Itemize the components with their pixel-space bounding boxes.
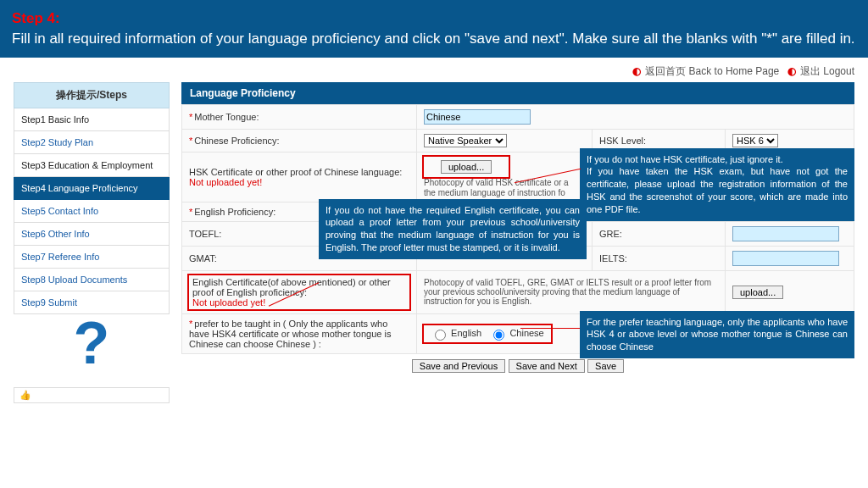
- label-hsk-level: HSK Level:: [599, 136, 646, 146]
- steps-sidebar: 操作提示/Steps Step1 Basic Info Step2 Study …: [14, 82, 170, 403]
- sidebar-item-step5[interactable]: Step5 Contact Info: [14, 200, 170, 223]
- label-ielts: IELTS:: [599, 253, 627, 263]
- hsk-level-select[interactable]: HSK 6: [732, 134, 778, 147]
- label-chinese-prof: Chinese Proficiency:: [194, 136, 279, 146]
- sidebar-item-step3[interactable]: Step3 Education & Employment: [14, 154, 170, 177]
- sidebar-item-step7[interactable]: Step7 Referee Info: [14, 246, 170, 269]
- sidebar-item-step8[interactable]: Step8 Upload Documents: [14, 269, 170, 291]
- step-label: Step 4:: [12, 10, 60, 26]
- sidebar-item-step2[interactable]: Step2 Study Plan: [14, 131, 170, 154]
- label-eng-cert: English Certificate(of above mentioned) …: [192, 277, 391, 297]
- prefer-english-radio[interactable]: English: [431, 328, 481, 338]
- sidebar-item-step1[interactable]: Step1 Basic Info: [14, 108, 170, 131]
- label-gmat: GMAT:: [189, 253, 217, 263]
- back-link[interactable]: 返回首页 Back to Home Page: [645, 65, 779, 77]
- gre-input[interactable]: [732, 226, 839, 241]
- label-english-prof: English Proficiency:: [194, 207, 275, 217]
- label-gre: GRE:: [599, 229, 622, 239]
- hsk-not-uploaded: Not uploaded yet!: [189, 177, 262, 187]
- annotation-prefer: For the prefer teaching language, only t…: [580, 311, 854, 359]
- hsk-upload-button[interactable]: upload...: [441, 160, 492, 174]
- eng-photo-hint: Photocopy of valid TOEFL, GRE, GMAT or I…: [424, 278, 711, 306]
- save-next-button[interactable]: Save and Next: [509, 359, 585, 373]
- ielts-input[interactable]: [732, 251, 839, 266]
- sidebar-header: 操作提示/Steps: [14, 82, 170, 108]
- top-right-links: ◐ 返回首页 Back to Home Page ◐ 退出 Logout: [0, 58, 868, 82]
- label-mother-tongue: Mother Tongue:: [194, 112, 259, 122]
- prefer-chinese-radio[interactable]: Chinese: [489, 328, 543, 338]
- help-icon: ?: [14, 319, 170, 387]
- eng-upload-button[interactable]: upload...: [732, 286, 783, 299]
- eng-not-uploaded: Not uploaded yet!: [192, 297, 265, 308]
- annotation-english: If you do not have the required English …: [319, 199, 587, 259]
- label-toefl: TOEFL:: [189, 229, 221, 239]
- sidebar-item-step6[interactable]: Step6 Other Info: [14, 223, 170, 246]
- back-arrow-icon: ◐: [632, 65, 641, 77]
- form-panel: Language Proficiency *Mother Tongue: *Ch…: [181, 82, 854, 403]
- instruction-banner: Step 4: Fill in all required information…: [0, 0, 868, 58]
- annotation-hsk: If you do not have HSK certificate, just…: [580, 148, 854, 221]
- label-prefer: prefer to be taught in ( Only the applic…: [189, 319, 391, 349]
- save-button[interactable]: Save: [587, 359, 624, 373]
- like-bar[interactable]: 👍: [14, 387, 170, 403]
- logout-arrow-icon: ◐: [787, 65, 796, 77]
- instruction-text: Fill in all required information of your…: [12, 30, 855, 47]
- label-hsk-cert: HSK Certificate or other proof of Chines…: [189, 167, 402, 177]
- mother-tongue-input[interactable]: [424, 109, 531, 125]
- hsk-hint-partial: Photocopy of valid HSK certificate or at…: [424, 178, 569, 197]
- chinese-prof-select[interactable]: Native Speaker: [424, 134, 507, 147]
- section-header: Language Proficiency: [181, 82, 854, 104]
- save-previous-button[interactable]: Save and Previous: [412, 359, 505, 373]
- logout-link[interactable]: 退出 Logout: [800, 65, 854, 77]
- sidebar-item-step4[interactable]: Step4 Language Proficiency: [14, 177, 170, 200]
